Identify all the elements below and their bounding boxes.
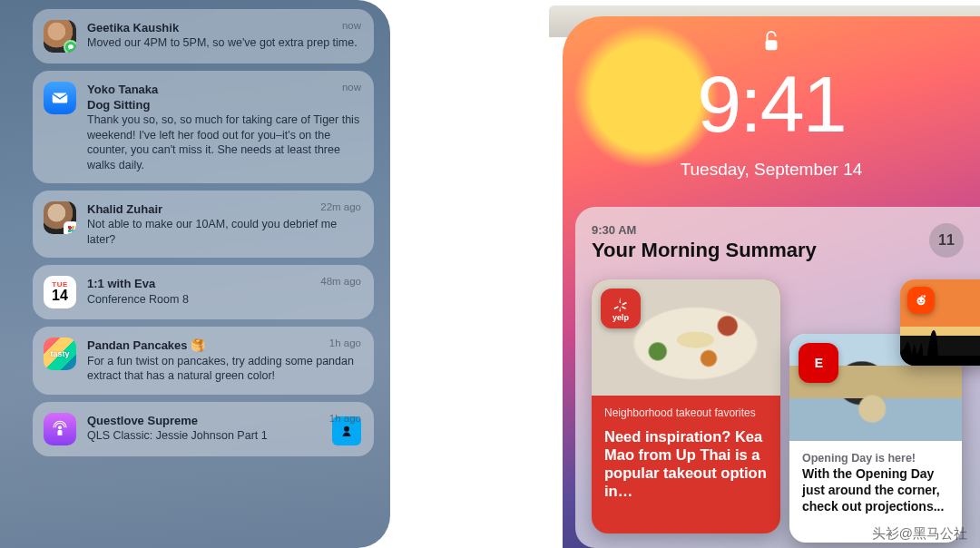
notification-list: Geetika Kaushik Moved our 4PM to 5PM, so… [0, 0, 390, 548]
notification-message: Not able to make our 10AM, could you deb… [87, 217, 361, 247]
avatar-icon [44, 20, 76, 53]
iphone-frame: 9:41 Tuesday, September 14 9:30 AM Your … [549, 0, 980, 548]
notification-time: now [342, 82, 361, 93]
espn-headline: With the Opening Day just around the cor… [802, 466, 949, 515]
reddit-photo-silhouette [900, 322, 980, 366]
notification-title: Geetika Kaushik [87, 20, 361, 35]
espn-eyebrow: Opening Day is here! [802, 452, 949, 465]
notification-title: Questlove Supreme [87, 413, 321, 428]
notification-calendar[interactable]: TUE 14 1:1 with Eva Conference Room 8 48… [33, 265, 374, 319]
svg-point-2 [344, 426, 349, 431]
svg-rect-3 [766, 40, 778, 50]
notification-slack[interactable]: Khalid Zuhair Not able to make our 10AM,… [33, 191, 374, 258]
summary-card-stack: yelp Neighborhood takeout favorites Need… [592, 279, 980, 532]
calendar-day: 14 [52, 289, 68, 303]
svg-point-7 [924, 295, 926, 297]
notification-podcast[interactable]: Questlove Supreme QLS Classic: Jessie Jo… [33, 402, 374, 456]
notification-tasty[interactable]: Pandan Pancakes 🥞 For a fun twist on pan… [33, 327, 374, 394]
podcasts-app-icon [44, 413, 76, 445]
notification-message: Moved our 4PM to 5PM, so we've got extra… [87, 35, 361, 51]
avatar-icon [44, 201, 76, 234]
notification-message: Conference Room 8 [87, 292, 361, 308]
tasty-app-icon [44, 338, 76, 370]
lock-date: Tuesday, September 14 [563, 160, 980, 180]
notification-time: 22m ago [320, 201, 361, 212]
notification-title: Pandan Pancakes 🥞 [87, 338, 361, 353]
slack-app-badge [64, 221, 76, 234]
svg-point-5 [918, 300, 920, 302]
summary-time: 9:30 AM [592, 223, 980, 237]
lock-time: 9:41 [563, 58, 980, 151]
calendar-app-icon: TUE 14 [44, 276, 76, 308]
notification-mail[interactable]: Yoko Tanaka Dog Sitting Thank you so, so… [33, 71, 374, 183]
summary-count-badge[interactable]: 11 [929, 223, 964, 258]
summary-card-reddit[interactable] [900, 279, 980, 366]
notification-message: Thank you so, so, so much for taking car… [87, 113, 361, 172]
svg-rect-0 [53, 93, 68, 103]
svg-point-1 [58, 426, 62, 429]
notification-time: 1h ago [329, 413, 361, 424]
summary-card-yelp[interactable]: yelp Neighborhood takeout favorites Need… [592, 279, 780, 533]
lock-icon [761, 29, 781, 58]
notification-message: QLS Classic: Jessie Johnson Part 1 [87, 428, 321, 444]
notification-messages[interactable]: Geetika Kaushik Moved our 4PM to 5PM, so… [33, 9, 374, 64]
yelp-eyebrow: Neighborhood takeout favorites [604, 406, 768, 420]
summary-title: Your Morning Summary [592, 239, 980, 262]
yelp-label: yelp [612, 313, 629, 322]
yelp-food-photo: yelp [592, 279, 780, 396]
notification-subject: Dog Sitting [87, 97, 361, 113]
notification-time: now [342, 20, 361, 31]
reddit-app-icon [907, 287, 935, 314]
messages-app-badge [64, 40, 76, 53]
svg-point-4 [917, 297, 926, 305]
morning-summary-widget[interactable]: 9:30 AM Your Morning Summary 11 yelp Nei… [575, 207, 980, 548]
svg-point-6 [922, 300, 924, 302]
mail-app-icon [44, 82, 76, 114]
espn-app-icon: E [799, 343, 838, 383]
notification-time: 1h ago [329, 338, 361, 348]
yelp-app-icon: yelp [601, 289, 641, 328]
notification-time: 48m ago [320, 276, 361, 287]
notification-title: Yoko Tanaka [87, 82, 361, 97]
yelp-headline: Need inspiration? Kea Mao from Up Thai i… [604, 427, 768, 501]
lock-screen[interactable]: 9:41 Tuesday, September 14 9:30 AM Your … [563, 16, 980, 548]
notification-message: For a fun twist on pancakes, try adding … [87, 354, 361, 384]
